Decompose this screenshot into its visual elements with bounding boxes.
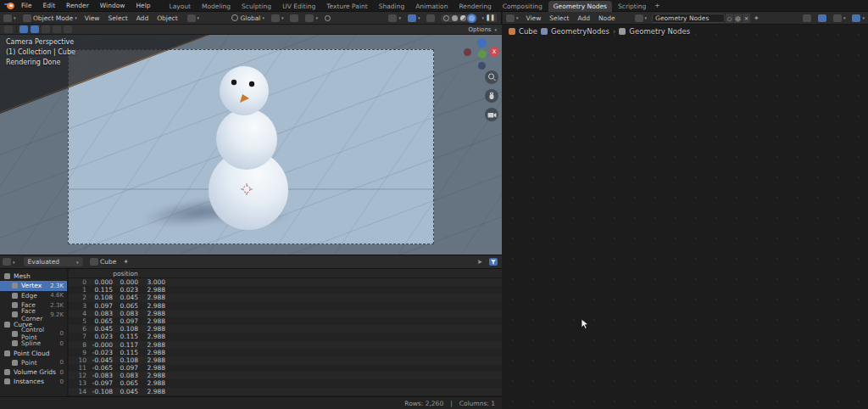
table-row[interactable]: 00.0000.0003.000 <box>69 278 502 286</box>
workspace-tab-modeling[interactable]: Modeling <box>197 1 236 12</box>
menu-select[interactable]: Select <box>108 14 127 22</box>
proportional-editing-icon[interactable] <box>325 15 331 21</box>
select-mode-intersect-icon[interactable] <box>64 25 72 33</box>
select-mode-subtract-icon[interactable] <box>42 25 50 33</box>
sidebar-item-volume-grids[interactable]: Volume Grids0 <box>0 367 67 377</box>
wireframe-shading-icon[interactable] <box>443 15 449 21</box>
table-row[interactable]: 10-0.0450.1082.988 <box>69 356 502 364</box>
workspace-tab-geometry-nodes[interactable]: Geometry Nodes <box>548 1 612 12</box>
workspace-tab-rendering[interactable]: Rendering <box>453 1 496 12</box>
menu-node[interactable]: Node <box>598 14 615 22</box>
breadcrumb-object[interactable]: Cube <box>519 27 537 36</box>
node-tree-name-field[interactable]: Geometry Nodes <box>652 14 725 23</box>
table-row[interactable]: 70.0230.1152.988 <box>69 333 502 340</box>
tool-fallback-dropdown[interactable]: ▾ <box>187 14 200 22</box>
table-row[interactable]: 30.0970.0652.988 <box>69 302 502 310</box>
workspace-tab-uv-editing[interactable]: UV Editing <box>277 1 320 12</box>
sidebar-item-point[interactable]: Point0 <box>0 358 67 367</box>
pin-icon[interactable]: ✦ <box>123 258 129 266</box>
menu-view[interactable]: View <box>85 14 100 22</box>
new-tree-button[interactable]: ⨁ <box>733 14 742 23</box>
breadcrumb-modifier[interactable]: GeometryNodes <box>551 27 609 36</box>
workspace-tab-shading[interactable]: Shading <box>374 1 409 12</box>
axis-neg-x-ball[interactable] <box>464 48 471 56</box>
active-tool-icon[interactable] <box>4 25 13 33</box>
menu-view[interactable]: View <box>526 14 542 22</box>
workspace-tab-texture-paint[interactable]: Texture Paint <box>321 1 372 12</box>
menu-render[interactable]: Render <box>64 1 91 10</box>
material-shading-icon[interactable] <box>460 15 466 21</box>
snap-magnet-icon[interactable] <box>290 14 298 22</box>
tree-browse-button[interactable]: ▾ <box>635 14 648 22</box>
table-row[interactable]: 12-0.0830.0832.988 <box>69 372 502 379</box>
geometry-node-editor[interactable]: Cube GeometryNodes › Geometry Nodes <box>503 25 868 409</box>
menu-window[interactable]: Window <box>98 1 127 10</box>
axis-neg-z-ball[interactable] <box>478 62 486 70</box>
pin-icon[interactable]: ✦ <box>754 14 760 22</box>
camera-view-button[interactable] <box>485 108 498 121</box>
sidebar-item-edge[interactable]: Edge4.6K <box>0 291 67 300</box>
axis-z-ball[interactable] <box>477 38 487 48</box>
menu-select[interactable]: Select <box>549 14 569 22</box>
workspace-tab-layout[interactable]: Layout <box>164 1 196 12</box>
sidebar-item-vertex[interactable]: Vertex2.3K <box>0 281 67 290</box>
select-mode-invert-icon[interactable] <box>53 25 61 33</box>
xray-toggle-icon[interactable] <box>426 14 435 22</box>
column-header-row[interactable]: position <box>69 269 502 278</box>
zoom-button[interactable] <box>485 70 498 84</box>
menu-help[interactable]: Help <box>134 1 152 10</box>
parent-snap-icon[interactable] <box>803 14 811 22</box>
mode-dropdown[interactable]: Object Mode▾ <box>23 14 77 22</box>
viewport-3d[interactable]: Camera Perspective (1) Collection | Cube… <box>0 35 502 255</box>
workspace-tab-compositing[interactable]: Compositing <box>498 1 548 12</box>
auto-offset-icon[interactable] <box>818 14 826 22</box>
axis-x-ball[interactable]: X <box>489 47 499 57</box>
table-row[interactable]: 13-0.0970.0652.988 <box>69 379 502 387</box>
table-row[interactable]: 10.1150.0232.988 <box>69 286 502 294</box>
add-workspace-button[interactable]: + <box>651 2 663 9</box>
table-row[interactable]: 20.1080.0452.988 <box>69 294 502 301</box>
cursor-tool-icon[interactable]: ➤ <box>477 258 482 266</box>
table-row[interactable]: 60.0450.1082.988 <box>69 325 502 333</box>
table-row[interactable]: 50.0650.0972.988 <box>69 317 502 325</box>
table-row[interactable]: 11-0.0650.0972.988 <box>69 364 502 372</box>
pan-hand-button[interactable] <box>485 89 498 103</box>
editor-type-button[interactable]: ▾ <box>506 14 519 22</box>
workspace-tab-sculpting[interactable]: Sculpting <box>236 1 276 12</box>
menu-file[interactable]: File <box>19 1 34 10</box>
menu-add[interactable]: Add <box>577 14 590 22</box>
table-row[interactable]: 14-0.1080.0452.988 <box>69 388 502 395</box>
rendered-shading-icon[interactable] <box>469 15 475 21</box>
select-mode-set-icon[interactable] <box>19 25 28 33</box>
sidebar-item-control-point[interactable]: Control Point0 <box>0 329 67 339</box>
snapping-dropdown[interactable]: ▾ <box>305 14 318 22</box>
overlays-dropdown[interactable]: ▾ <box>408 14 420 22</box>
workspace-tab-scripting[interactable]: Scripting <box>613 1 651 12</box>
overlays-dropdown[interactable]: ▾ <box>852 14 865 22</box>
filter-toggle-icon[interactable] <box>489 258 498 266</box>
table-row[interactable]: 9-0.0230.1152.988 <box>69 349 502 356</box>
axis-y-ball[interactable] <box>478 50 487 59</box>
sidebar-item-face-corner[interactable]: Face Corner9.2K <box>0 310 67 319</box>
table-row[interactable]: 8-0.0000.1172.988 <box>69 341 502 349</box>
orientation-dropdown[interactable]: Global▾ <box>231 14 264 22</box>
menu-object[interactable]: Object <box>157 14 177 22</box>
editor-type-button[interactable]: ▾ <box>3 14 16 22</box>
shading-dropdown[interactable]: ▾ <box>481 15 484 20</box>
menu-edit[interactable]: Edit <box>42 1 58 10</box>
pivot-dropdown[interactable]: ▾ <box>271 14 284 22</box>
editor-type-button[interactable]: ▾ <box>3 258 15 266</box>
sidebar-item-mesh[interactable]: Mesh <box>0 272 67 281</box>
options-dropdown[interactable]: Options▾ <box>468 26 497 33</box>
fake-user-button[interactable]: ○ <box>725 14 733 23</box>
blender-logo-icon[interactable] <box>4 2 14 10</box>
pause-button[interactable]: ▌▌ <box>487 14 497 22</box>
gizmos-dropdown[interactable]: ▾ <box>388 14 401 22</box>
breadcrumb-tree[interactable]: Geometry Nodes <box>629 27 690 36</box>
sidebar-item-point-cloud[interactable]: Point Cloud <box>0 348 67 357</box>
solid-shading-icon[interactable] <box>452 15 458 21</box>
select-mode-extend-icon[interactable] <box>31 25 39 33</box>
table-row[interactable]: 40.0830.0832.988 <box>69 310 502 317</box>
workspace-tab-animation[interactable]: Animation <box>410 1 453 12</box>
snapping-dropdown[interactable]: ▾ <box>833 14 846 22</box>
